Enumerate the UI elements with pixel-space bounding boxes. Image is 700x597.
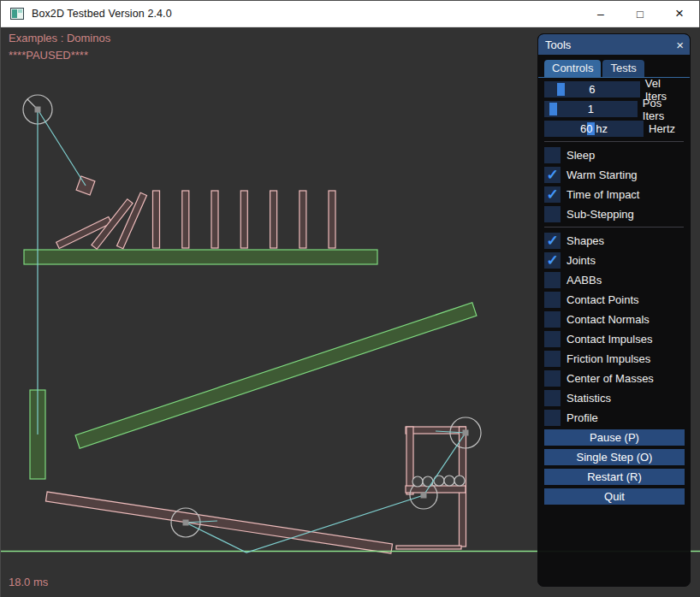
ball-body-circle — [423, 476, 433, 487]
checkbox-checked[interactable]: ✓ — [544, 186, 561, 203]
joint-anchor — [463, 430, 469, 436]
tools-panel: Tools × ControlsTests 6Vel Iters1Pos Ite… — [537, 33, 691, 587]
app-icon — [10, 8, 24, 20]
checkbox-row-contact-normals[interactable]: ✓Contact Normals — [544, 311, 684, 328]
checkbox-row-profile[interactable]: ✓Profile — [544, 410, 684, 426]
dynamic-body-rect — [406, 427, 413, 494]
checkbox-row-statistics[interactable]: ✓Statistics — [544, 390, 684, 406]
slider-vel-iters[interactable]: 6 — [544, 81, 640, 98]
checkbox-row-contact-points[interactable]: ✓Contact Points — [544, 292, 684, 308]
checkbox-unchecked[interactable]: ✓ — [544, 311, 561, 328]
app-icon-pane — [12, 9, 17, 18]
checkbox-unchecked[interactable]: ✓ — [544, 331, 561, 347]
checkbox-row-shapes[interactable]: ✓Shapes — [544, 233, 684, 249]
checkbox-unchecked[interactable]: ✓ — [544, 351, 561, 367]
tools-close-icon[interactable]: × — [676, 38, 684, 51]
panel-buttons: Pause (P)Single Step (O)Restart (R)Quit — [544, 429, 684, 505]
checkbox-checked[interactable]: ✓ — [544, 167, 561, 183]
checkbox-row-aabbs[interactable]: ✓AABBs — [544, 272, 684, 288]
joint-anchor — [35, 107, 41, 113]
slider-hertz[interactable]: 60 hz — [544, 121, 644, 137]
checkbox-row-center-of-masses[interactable]: ✓Center of Masses — [544, 370, 684, 387]
ball-body-circle — [444, 476, 454, 486]
slider-label: Hertz — [649, 122, 675, 135]
close-icon: × — [675, 5, 684, 22]
check-icon: ✓ — [546, 187, 558, 202]
slider-row: 6Vel Iters — [544, 81, 684, 98]
checkbox-label: Contact Impulses — [567, 333, 652, 346]
window-controls: – □ × — [581, 1, 699, 27]
checkbox-unchecked[interactable]: ✓ — [544, 292, 561, 308]
tools-panel-title: Tools — [545, 38, 571, 51]
ball-body-circle — [412, 476, 423, 487]
static-body-rect — [24, 250, 377, 264]
check-icon: ✓ — [546, 168, 558, 182]
checkbox-row-time-of-impact[interactable]: ✓Time of Impact — [544, 186, 684, 203]
quit-button[interactable]: Quit — [544, 488, 685, 505]
checkbox-row-contact-impulses[interactable]: ✓Contact Impulses — [544, 331, 684, 347]
tools-panel-titlebar[interactable]: Tools × — [538, 34, 690, 55]
checkbox-label: Sleep — [567, 149, 595, 162]
checkbox-label: Warm Starting — [567, 168, 638, 181]
app-window: Box2D Testbed Version 2.4.0 – □ × Exampl… — [0, 0, 700, 597]
slider-label: Pos Iters — [643, 97, 684, 122]
checkbox-label: Friction Impulses — [567, 352, 650, 365]
checkbox-row-joints[interactable]: ✓Joints — [544, 252, 684, 269]
dynamic-body-rect — [270, 191, 277, 248]
maximize-button[interactable]: □ — [620, 1, 660, 27]
checkbox-unchecked[interactable]: ✓ — [544, 206, 561, 222]
maximize-icon: □ — [637, 8, 644, 21]
restart-r-button[interactable]: Restart (R) — [544, 469, 685, 485]
checkbox-unchecked[interactable]: ✓ — [544, 272, 561, 288]
checkbox-label: Time of Impact — [567, 188, 639, 201]
paused-label: ****PAUSED**** — [9, 49, 88, 62]
checkbox-label: AABBs — [567, 274, 602, 287]
checkbox-unchecked[interactable]: ✓ — [544, 370, 561, 387]
window-title: Box2D Testbed Version 2.4.0 — [32, 8, 172, 20]
tab-tests[interactable]: Tests — [602, 60, 644, 77]
ball-body-circle — [454, 476, 465, 486]
slider-row: 60 hzHertz — [544, 121, 684, 137]
checkbox-unchecked[interactable]: ✓ — [544, 410, 561, 426]
checkbox-row-warm-starting[interactable]: ✓Warm Starting — [544, 167, 684, 183]
slider-value: 60 hz — [544, 121, 644, 137]
pause-p-button[interactable]: Pause (P) — [544, 429, 685, 446]
checkbox-unchecked[interactable]: ✓ — [544, 390, 561, 406]
app-icon-pane — [18, 9, 22, 13]
separator — [544, 141, 684, 142]
checkbox-label: Contact Points — [567, 293, 639, 306]
dynamic-body-rect — [396, 546, 461, 549]
checkbox-label: Center of Masses — [567, 372, 654, 385]
checkbox-row-sub-stepping[interactable]: ✓Sub-Stepping — [544, 206, 684, 222]
slider-value: 1 — [544, 101, 638, 117]
close-button[interactable]: × — [660, 1, 699, 27]
joint-anchor — [421, 493, 427, 499]
checkbox-unchecked[interactable]: ✓ — [544, 147, 561, 163]
check-icon: ✓ — [546, 253, 558, 268]
slider-value: 6 — [544, 81, 640, 98]
checkbox-row-sleep[interactable]: ✓Sleep — [544, 147, 684, 163]
checkbox-label: Joints — [567, 254, 596, 267]
tab-controls[interactable]: Controls — [544, 60, 601, 77]
joint-line — [38, 109, 86, 186]
check-icon: ✓ — [546, 233, 558, 248]
dynamic-body-rect — [240, 191, 247, 248]
single-step-o-button[interactable]: Single Step (O) — [544, 449, 685, 465]
dynamic-body-rect — [211, 191, 218, 248]
checkbox-label: Profile — [567, 411, 598, 424]
minimize-button[interactable]: – — [581, 1, 620, 27]
simulation-canvas[interactable]: Examples : Dominos ****PAUSED**** 18.0 m… — [1, 27, 700, 597]
slider-pos-iters[interactable]: 1 — [544, 101, 638, 117]
dynamic-body-rect — [153, 191, 160, 248]
checkbox-label: Statistics — [567, 392, 611, 405]
slider-row: 1Pos Iters — [544, 101, 684, 117]
checkbox-checked[interactable]: ✓ — [544, 233, 561, 249]
checkbox-label: Shapes — [567, 234, 604, 247]
separator — [544, 227, 684, 228]
checkbox-label: Sub-Stepping — [567, 208, 634, 221]
joint-anchor — [183, 520, 189, 526]
checkbox-row-friction-impulses[interactable]: ✓Friction Impulses — [544, 351, 684, 367]
checkbox-checked[interactable]: ✓ — [544, 252, 561, 269]
tools-tab-bar: ControlsTests — [538, 59, 690, 77]
dynamic-body-rect — [329, 191, 335, 248]
